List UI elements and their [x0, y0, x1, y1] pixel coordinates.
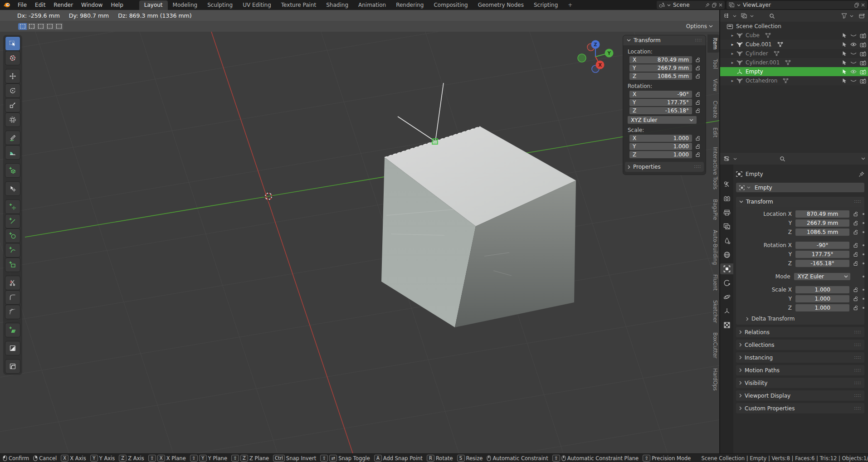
section-relations[interactable]: Relations········ — [736, 327, 864, 337]
tool-move[interactable] — [5, 69, 20, 83]
filter-icon[interactable] — [841, 13, 847, 19]
close-icon[interactable] — [719, 3, 722, 7]
panel-grip[interactable]: ········ — [854, 369, 861, 372]
panel-grip[interactable]: ········ — [694, 165, 701, 169]
property-field[interactable]: -165.18° — [795, 260, 849, 267]
copy-icon[interactable] — [712, 3, 717, 8]
select-mode-intersect[interactable] — [54, 23, 63, 30]
animate-decorator[interactable] — [863, 276, 864, 277]
npanel-scale-z-field[interactable]: Z1.000 — [629, 151, 692, 158]
animate-decorator[interactable] — [863, 231, 864, 233]
selectability-icon[interactable] — [842, 60, 847, 66]
tool-add-line[interactable] — [5, 214, 20, 228]
eye-closed-icon[interactable] — [850, 78, 857, 83]
tool-trim[interactable] — [5, 276, 20, 290]
lock-icon[interactable] — [695, 73, 701, 79]
npanel-rotation-y-field[interactable]: Y177.75° — [629, 99, 692, 106]
tool-add-arc[interactable] — [5, 243, 20, 257]
npanel-location-x-field[interactable]: X870.49 mm — [629, 56, 692, 63]
viewlayer-selector[interactable]: ViewLayer — [727, 1, 867, 9]
editor-type-icon[interactable] — [724, 13, 730, 19]
menu-window[interactable]: Window — [77, 1, 107, 9]
properties-tab-tool[interactable] — [720, 179, 733, 190]
lock-icon[interactable] — [853, 296, 858, 302]
property-field[interactable]: 1.000 — [795, 304, 849, 311]
lock-icon[interactable] — [695, 136, 701, 141]
workspace-tab-uv-editing[interactable]: UV Editing — [238, 0, 276, 10]
rotation-mode-dropdown[interactable]: XYZ Euler — [628, 116, 697, 124]
animate-decorator[interactable] — [863, 253, 864, 255]
tool-cursor[interactable] — [5, 51, 20, 65]
selectability-icon[interactable] — [842, 42, 847, 48]
animate-decorator[interactable] — [863, 298, 864, 300]
tool-corner-tool[interactable] — [5, 360, 20, 373]
mode-dropdown[interactable]: XYZ Euler — [794, 273, 850, 280]
properties-tab-render[interactable] — [720, 193, 733, 204]
tool-select-box[interactable] — [5, 37, 20, 50]
sidebar-tab-interactive-tools[interactable]: Interactive Tools — [707, 144, 719, 193]
property-field[interactable]: 1.000 — [795, 295, 849, 302]
panel-grip[interactable]: ········ — [854, 394, 861, 398]
lock-icon[interactable] — [853, 252, 858, 257]
tool-boolean-slice[interactable] — [5, 341, 20, 355]
lock-icon[interactable] — [695, 152, 701, 157]
transform-panel-header[interactable]: Transform ········ — [736, 197, 864, 207]
section-viewport-display[interactable]: Viewport Display········ — [736, 390, 864, 401]
outliner-row-empty[interactable]: Empty — [720, 67, 868, 76]
outliner-row-cube[interactable]: ▸Cube — [720, 31, 868, 40]
workspace-tab-texture-paint[interactable]: Texture Paint — [276, 0, 321, 10]
properties-subpanel-header[interactable]: Properties ········ — [625, 162, 704, 172]
properties-tab-world[interactable] — [720, 249, 733, 260]
lock-icon[interactable] — [695, 92, 701, 97]
outliner-row-cylinder-001[interactable]: ▸Cylinder.001 — [720, 58, 868, 67]
outliner-row-cube-001[interactable]: ▸Cube.001 — [720, 40, 868, 49]
workspace-tab-geometry-nodes[interactable]: Geometry Nodes — [473, 0, 529, 10]
workspace-tab-animation[interactable]: Animation — [353, 0, 391, 10]
delta-transform-panel[interactable]: Delta Transform — [736, 313, 864, 323]
select-mode-new[interactable] — [18, 23, 27, 30]
workspace-tab-rendering[interactable]: Rendering — [391, 0, 429, 10]
eye-closed-icon[interactable] — [850, 60, 857, 65]
selectability-icon[interactable] — [842, 69, 847, 75]
search-icon[interactable] — [780, 156, 785, 162]
tool-rotate[interactable] — [5, 84, 20, 97]
blender-logo-icon[interactable] — [0, 2, 14, 8]
properties-tab-viewlayer[interactable] — [720, 221, 733, 232]
camera-icon[interactable] — [860, 51, 866, 56]
sidebar-tab-boxcutter[interactable]: BoxCutter — [707, 329, 719, 362]
sidebar-tab-edit[interactable]: Edit — [707, 124, 719, 141]
sidebar-tab-create[interactable]: Create — [707, 97, 719, 121]
tool-add-rectangle[interactable] — [5, 258, 20, 272]
eye-open-icon[interactable] — [850, 42, 857, 47]
select-mode-extend[interactable] — [27, 23, 36, 30]
camera-icon[interactable] — [860, 69, 866, 74]
copy-icon[interactable] — [854, 3, 859, 8]
panel-grip[interactable]: ········ — [854, 381, 861, 385]
section-visibility[interactable]: Visibility········ — [736, 378, 864, 388]
properties-tab-data[interactable] — [720, 306, 733, 316]
panel-grip[interactable]: ········ — [854, 331, 861, 334]
lock-icon[interactable] — [853, 229, 858, 235]
add-workspace-button[interactable]: + — [563, 0, 577, 10]
select-mode-subtract[interactable] — [36, 23, 45, 30]
camera-icon[interactable] — [860, 42, 866, 47]
expander-icon[interactable]: ▸ — [730, 51, 735, 56]
sidebar-tab-hardops[interactable]: HardOps — [707, 365, 719, 394]
display-mode-icon[interactable] — [741, 13, 747, 19]
section-collections[interactable]: Collections········ — [736, 340, 864, 350]
npanel-location-z-field[interactable]: Z1086.5 mm — [629, 73, 692, 80]
sidebar-tab-bagapie[interactable]: BagaPie — [707, 196, 719, 223]
tool-add-point[interactable] — [5, 200, 20, 214]
animate-decorator[interactable] — [863, 244, 864, 246]
outliner-row-scene-collection[interactable]: Scene Collection — [720, 22, 868, 31]
npanel-location-y-field[interactable]: Y2667.9 mm — [629, 64, 692, 72]
eye-open-icon[interactable] — [850, 69, 857, 74]
npanel-scale-x-field[interactable]: X1.000 — [629, 135, 692, 142]
workspace-tab-modeling[interactable]: Modeling — [168, 0, 203, 10]
panel-grip[interactable]: ········ — [854, 356, 861, 360]
expander-icon[interactable]: ▸ — [730, 33, 735, 38]
npanel-scale-y-field[interactable]: Y1.000 — [629, 143, 692, 150]
pin-icon[interactable] — [705, 3, 710, 8]
tool-chamfer-arcs[interactable] — [5, 305, 20, 319]
workspace-tab-scripting[interactable]: Scripting — [529, 0, 563, 10]
